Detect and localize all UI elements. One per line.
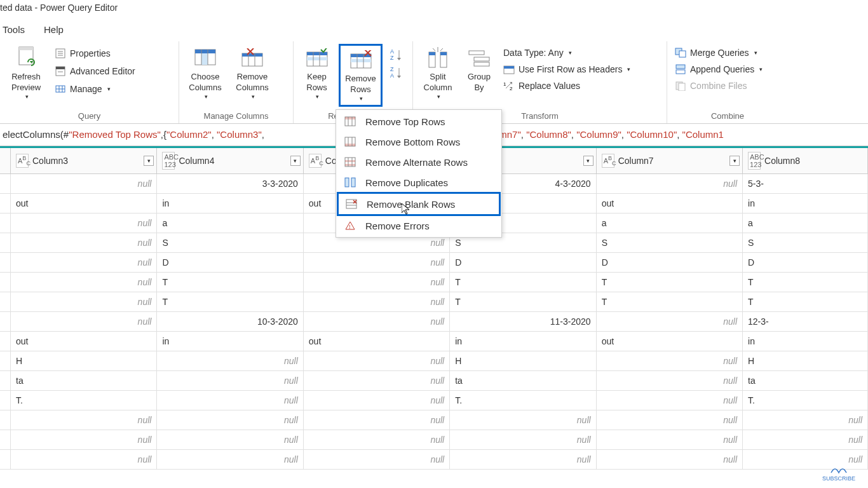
table-cell[interactable]: null xyxy=(597,410,743,430)
table-cell[interactable]: null xyxy=(304,430,450,449)
table-cell[interactable]: H xyxy=(743,351,868,370)
table-cell[interactable]: out xyxy=(597,194,743,213)
table-cell[interactable]: null xyxy=(304,273,450,292)
table-cell[interactable]: null xyxy=(304,391,450,410)
table-row[interactable]: T.nullnullT.nullT. xyxy=(0,391,868,410)
filter-icon[interactable]: ▾ xyxy=(583,156,593,166)
table-cell[interactable]: null xyxy=(597,351,743,370)
remove-columns-button[interactable]: Remove Columns▾ xyxy=(230,44,275,103)
table-cell[interactable]: 3-3-2020 xyxy=(157,174,303,193)
table-cell[interactable]: null xyxy=(157,391,303,410)
table-cell[interactable]: T. xyxy=(11,391,157,410)
sort-desc-button[interactable]: ZA xyxy=(390,65,405,79)
sort-asc-button[interactable]: AZ xyxy=(390,48,405,62)
filter-icon[interactable]: ▾ xyxy=(290,156,301,166)
table-cell[interactable]: 12-3- xyxy=(743,312,868,331)
remove-duplicates-item[interactable]: Remove Duplicates xyxy=(337,172,500,193)
table-cell[interactable]: null xyxy=(11,450,157,469)
table-cell[interactable]: null xyxy=(304,292,450,311)
table-row[interactable]: nullTnullTTT xyxy=(0,273,868,292)
filter-icon[interactable]: ▾ xyxy=(144,156,154,166)
filter-icon[interactable]: ▾ xyxy=(729,156,740,166)
table-cell[interactable]: 11-3-2020 xyxy=(450,312,596,331)
table-cell[interactable]: null xyxy=(743,410,868,430)
table-cell[interactable]: null xyxy=(743,430,868,449)
table-cell[interactable]: null xyxy=(11,410,157,430)
menu-help[interactable]: Help xyxy=(44,24,64,35)
table-cell[interactable]: out xyxy=(11,194,157,213)
column-header[interactable]: ABC123Column4▾ xyxy=(157,148,303,173)
table-cell[interactable]: null xyxy=(11,312,157,331)
append-queries-button[interactable]: Append Queries▾ xyxy=(671,62,766,77)
group-by-button[interactable]: Group By xyxy=(461,44,497,96)
table-row[interactable]: nullnullnullnullnullnull xyxy=(0,450,868,470)
table-cell[interactable]: null xyxy=(157,410,303,430)
table-cell[interactable]: null xyxy=(11,292,157,311)
table-cell[interactable]: null xyxy=(304,450,450,469)
table-cell[interactable]: T xyxy=(450,273,596,292)
remove-bottom-rows-item[interactable]: Remove Bottom Rows xyxy=(337,132,500,152)
table-cell[interactable]: T xyxy=(597,273,743,292)
keep-rows-button[interactable]: Keep Rows▾ xyxy=(297,44,336,103)
table-cell[interactable]: null xyxy=(304,312,450,331)
table-cell[interactable]: D xyxy=(597,253,743,272)
table-cell[interactable]: S xyxy=(597,233,743,252)
table-cell[interactable]: null xyxy=(597,450,743,469)
table-cell[interactable]: T xyxy=(450,292,596,311)
table-cell[interactable]: S xyxy=(743,233,868,252)
table-cell[interactable]: null xyxy=(597,174,743,193)
table-cell[interactable]: 10-3-2020 xyxy=(157,312,303,331)
table-row[interactable]: tanullnulltanullta xyxy=(0,371,868,391)
table-cell[interactable]: in xyxy=(743,332,868,351)
table-cell[interactable]: ta xyxy=(743,371,868,390)
table-cell[interactable]: D xyxy=(743,253,868,272)
advanced-editor-button[interactable]: Advanced Editor xyxy=(51,63,139,79)
split-column-button[interactable]: Split Column▾ xyxy=(417,44,459,103)
table-cell[interactable]: H xyxy=(450,351,596,370)
table-cell[interactable]: null xyxy=(450,430,596,449)
table-cell[interactable]: in xyxy=(743,194,868,213)
properties-button[interactable]: Properties xyxy=(51,45,139,62)
table-cell[interactable]: a xyxy=(597,214,743,233)
menu-tools[interactable]: Tools xyxy=(3,24,25,35)
table-cell[interactable]: null xyxy=(11,174,157,193)
table-cell[interactable]: T. xyxy=(743,391,868,410)
table-cell[interactable]: out xyxy=(304,332,450,351)
table-cell[interactable]: null xyxy=(597,430,743,449)
table-cell[interactable]: null xyxy=(304,371,450,390)
first-row-headers-button[interactable]: Use First Row as Headers▾ xyxy=(499,62,634,77)
table-cell[interactable]: T xyxy=(597,292,743,311)
table-row[interactable]: null10-3-2020null11-3-2020null12-3- xyxy=(0,312,868,332)
table-cell[interactable]: null xyxy=(11,273,157,292)
table-cell[interactable]: T xyxy=(743,273,868,292)
table-row[interactable]: nullDnullDDD xyxy=(0,253,868,273)
remove-rows-button[interactable]: Remove Rows▾ xyxy=(339,44,383,107)
table-cell[interactable]: null xyxy=(11,233,157,252)
table-cell[interactable]: null xyxy=(11,430,157,449)
table-cell[interactable]: null xyxy=(304,410,450,430)
table-cell[interactable]: null xyxy=(304,253,450,272)
table-cell[interactable]: D xyxy=(157,253,303,272)
table-cell[interactable]: a xyxy=(743,214,868,233)
combine-files-button[interactable]: Combine Files xyxy=(671,78,766,93)
replace-values-button[interactable]: 12 Replace Values xyxy=(499,78,634,93)
table-cell[interactable]: null xyxy=(157,371,303,390)
table-cell[interactable]: T. xyxy=(450,391,596,410)
remove-top-rows-item[interactable]: Remove Top Rows xyxy=(337,111,500,132)
remove-blank-rows-item[interactable]: Remove Blank Rows xyxy=(337,192,501,216)
table-row[interactable]: nullnullnullnullnullnull xyxy=(0,410,868,430)
table-cell[interactable]: T xyxy=(157,273,303,292)
table-cell[interactable]: null xyxy=(450,450,596,469)
column-header[interactable]: ABCColumn3▾ xyxy=(11,148,157,173)
choose-columns-button[interactable]: Choose Columns▾ xyxy=(183,44,227,103)
table-cell[interactable]: H xyxy=(11,351,157,370)
table-cell[interactable]: null xyxy=(597,312,743,331)
table-row[interactable]: nullTnullTTT xyxy=(0,292,868,312)
table-cell[interactable]: null xyxy=(597,371,743,390)
merge-queries-button[interactable]: Merge Queries▾ xyxy=(671,45,766,60)
table-cell[interactable]: T xyxy=(743,292,868,311)
refresh-preview-button[interactable]: Refresh Preview▾ xyxy=(4,44,48,103)
table-cell[interactable]: a xyxy=(157,214,303,233)
column-header[interactable]: ABCColumn7▾ xyxy=(597,148,743,173)
table-cell[interactable]: null xyxy=(11,253,157,272)
